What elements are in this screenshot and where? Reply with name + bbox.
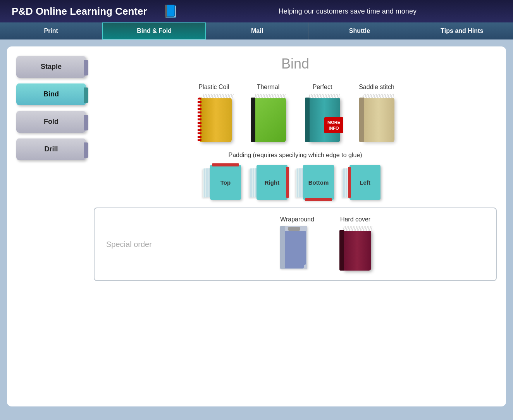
padding-label: Padding (requires specifying which edge … bbox=[228, 152, 362, 159]
binding-perfect: Perfect MOREINFO bbox=[303, 84, 342, 144]
perfect-image: MOREINFO bbox=[303, 94, 342, 144]
section-title: Bind bbox=[94, 56, 497, 72]
padding-bottom-label: Bottom bbox=[308, 179, 329, 186]
header-tagline: Helping our customers save time and mone… bbox=[194, 7, 501, 15]
padding-section: Padding (requires specifying which edge … bbox=[94, 152, 497, 200]
padding-left-label: Left bbox=[360, 179, 370, 186]
hardcover-label: Hard cover bbox=[340, 216, 370, 223]
saddle-stitch-image bbox=[357, 94, 396, 144]
padding-row: Top Right Bottom bbox=[210, 165, 380, 200]
wraparound-image bbox=[280, 226, 315, 271]
special-items: Wraparound bbox=[168, 216, 484, 273]
binding-saddle-stitch: Saddle stitch bbox=[357, 84, 396, 144]
nav-item-print[interactable]: Print bbox=[0, 22, 102, 39]
thermal-image bbox=[249, 94, 287, 144]
plastic-coil-image bbox=[195, 94, 233, 144]
padding-left: Left bbox=[349, 165, 380, 200]
special-wraparound: Wraparound bbox=[280, 216, 315, 271]
more-info-badge[interactable]: MOREINFO bbox=[324, 117, 343, 133]
special-order-section: Special order Wraparound bbox=[94, 207, 497, 281]
sidebar-item-staple[interactable]: Staple bbox=[16, 56, 86, 78]
wraparound-label: Wraparound bbox=[280, 216, 314, 223]
saddle-stitch-label: Saddle stitch bbox=[359, 84, 394, 91]
app-title: P&D Online Learning Center bbox=[12, 5, 147, 17]
thermal-label: Thermal bbox=[257, 84, 280, 91]
padding-right: Right bbox=[256, 165, 287, 200]
binding-thermal: Thermal bbox=[249, 84, 287, 144]
sidebar-item-drill[interactable]: Drill bbox=[16, 138, 86, 160]
navigation: Print Bind & Fold Mail Shuttle Tips and … bbox=[0, 22, 513, 39]
sidebar-item-fold[interactable]: Fold bbox=[16, 111, 86, 133]
binding-plastic-coil: Plastic Coil bbox=[195, 84, 233, 144]
sidebar: Staple Bind Fold Drill bbox=[16, 56, 86, 397]
padding-top-label: Top bbox=[220, 179, 231, 186]
logo-icon: 📘 bbox=[163, 4, 178, 19]
sidebar-item-bind[interactable]: Bind bbox=[16, 83, 86, 105]
content-area: Staple Bind Fold Drill Bind Plastic Coil bbox=[7, 46, 506, 406]
nav-item-tips[interactable]: Tips and Hints bbox=[411, 22, 513, 39]
perfect-label: Perfect bbox=[313, 84, 332, 91]
nav-item-shuttle[interactable]: Shuttle bbox=[308, 22, 411, 39]
binding-types: Plastic Coil Thermal bbox=[94, 84, 497, 144]
plastic-coil-label: Plastic Coil bbox=[198, 84, 229, 91]
header: P&D Online Learning Center 📘 Helping our… bbox=[0, 0, 513, 22]
padding-right-label: Right bbox=[265, 179, 279, 186]
nav-item-bind-fold[interactable]: Bind & Fold bbox=[102, 22, 206, 39]
hardcover-image bbox=[338, 226, 373, 273]
padding-top: Top bbox=[210, 165, 241, 200]
special-order-label: Special order bbox=[106, 240, 153, 249]
padding-bottom: Bottom bbox=[303, 165, 334, 200]
nav-item-mail[interactable]: Mail bbox=[206, 22, 308, 39]
special-hardcover: Hard cover bbox=[338, 216, 373, 273]
main-panel: Bind Plastic Coil Thermal bbox=[94, 56, 497, 397]
